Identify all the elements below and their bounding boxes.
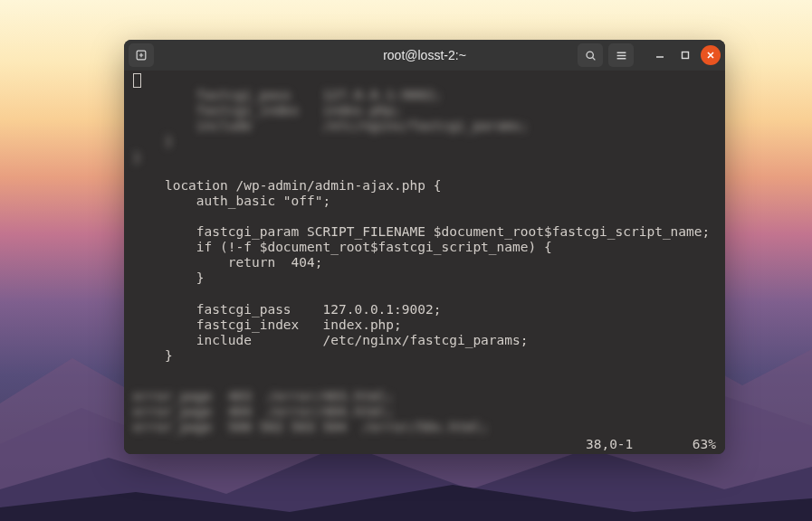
text-cursor xyxy=(133,73,141,88)
search-icon xyxy=(585,50,597,62)
scroll-percent: 63% xyxy=(693,437,716,451)
titlebar[interactable]: root@losst-2:~ xyxy=(124,40,725,71)
maximize-icon xyxy=(681,51,690,60)
search-button[interactable] xyxy=(578,43,603,67)
terminal-viewport[interactable]: fastcgi_pass 127.0.0.1:9002; fastcgi_ind… xyxy=(124,71,725,454)
blurred-code-bottom: error_page 403 /error/403.html; error_pa… xyxy=(133,389,718,435)
svg-point-1 xyxy=(587,52,593,58)
maximize-button[interactable] xyxy=(675,45,695,65)
nginx-config-code: location /wp-admin/admin-ajax.php { auth… xyxy=(133,178,718,364)
hamburger-menu-icon xyxy=(616,50,627,62)
svg-rect-2 xyxy=(683,52,689,59)
new-tab-icon xyxy=(135,49,148,62)
minimize-button[interactable] xyxy=(650,45,670,65)
new-tab-button[interactable] xyxy=(129,43,154,67)
menu-button[interactable] xyxy=(608,43,634,67)
vim-status-line: 38,0-1 63% xyxy=(586,437,716,452)
minimize-icon xyxy=(655,51,664,60)
cursor-position: 38,0-1 xyxy=(586,437,633,451)
blurred-code-top: fastcgi_pass 127.0.0.1:9002; fastcgi_ind… xyxy=(133,88,718,166)
close-button[interactable] xyxy=(701,45,721,65)
close-icon xyxy=(706,51,715,60)
terminal-window: root@losst-2:~ xyxy=(124,40,725,454)
